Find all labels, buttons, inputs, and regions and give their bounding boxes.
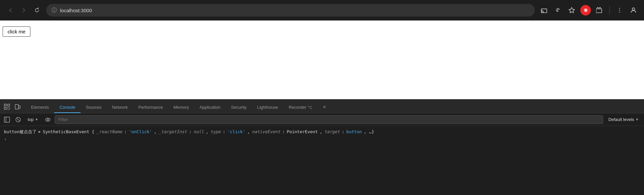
url-text: localhost:3000 — [60, 8, 92, 13]
toggle-device-toolbar-icon[interactable] — [13, 102, 22, 111]
bookmark-icon[interactable] — [566, 5, 577, 16]
console-val-type: 'click' — [227, 129, 245, 135]
click-me-button[interactable]: click me — [3, 26, 30, 37]
context-label: top — [28, 117, 34, 122]
log-levels-dropdown-icon: ▼ — [635, 118, 639, 121]
tab-network[interactable]: Network — [107, 102, 133, 113]
clear-console-button[interactable] — [14, 115, 22, 124]
console-key-nativeevent: nativeEvent — [252, 129, 280, 135]
svg-rect-10 — [8, 107, 10, 109]
log-levels-selector[interactable]: Default levels ▼ — [606, 116, 641, 123]
filter-input[interactable] — [55, 115, 603, 124]
console-val-target: button — [346, 129, 362, 135]
forward-button[interactable] — [18, 5, 29, 16]
svg-marker-2 — [569, 8, 575, 13]
tab-recorder[interactable]: Recorder ⌥ — [283, 102, 318, 113]
react-devtools-icon[interactable]: ⚛ — [580, 5, 591, 16]
context-selector[interactable]: top ▼ — [25, 116, 41, 123]
more-menu-icon[interactable] — [614, 5, 625, 16]
page-content: click me — [0, 20, 644, 99]
reload-button[interactable] — [32, 5, 42, 16]
tab-performance[interactable]: Performance — [133, 102, 168, 113]
toolbar-icons: G ⚛ — [539, 5, 639, 16]
tab-elements[interactable]: Elements — [26, 102, 54, 113]
console-val-targetinst: null — [193, 129, 204, 135]
extensions-icon[interactable] — [594, 5, 605, 16]
tab-lighthouse[interactable]: Lighthouse — [252, 102, 283, 113]
console-val-nativeevent: PointerEvent — [287, 129, 318, 135]
console-output: button被点击了 ▶ SyntheticBaseEvent { _react… — [0, 126, 644, 195]
svg-point-17 — [46, 118, 50, 121]
back-button[interactable] — [5, 5, 16, 16]
console-val-reactname: 'onClick' — [129, 129, 152, 135]
svg-rect-12 — [18, 106, 20, 108]
tab-sources[interactable]: Sources — [80, 102, 107, 113]
cast-icon[interactable] — [539, 5, 549, 16]
svg-point-6 — [632, 8, 634, 10]
devtools-tab-bar: Elements Console Sources Network Perform… — [0, 99, 644, 113]
tab-console[interactable]: Console — [54, 102, 80, 113]
console-key-targetinst: _targetInst — [159, 129, 187, 135]
devtools-left-icons — [3, 102, 22, 111]
address-bar[interactable]: ⓘ localhost:3000 — [46, 4, 535, 17]
toolbar-divider — [609, 6, 610, 14]
console-log-line: button被点击了 ▶ SyntheticBaseEvent { _react… — [4, 128, 640, 136]
svg-point-4 — [619, 10, 620, 11]
svg-rect-13 — [4, 117, 10, 122]
svg-point-5 — [619, 12, 620, 13]
console-log-text: button被点击了 — [4, 129, 37, 135]
console-key-target: target — [324, 129, 340, 135]
info-icon: ⓘ — [51, 7, 57, 14]
svg-rect-11 — [15, 104, 18, 109]
context-dropdown-icon: ▼ — [35, 118, 38, 121]
console-expand-arrow[interactable]: ▶ — [39, 129, 41, 135]
svg-rect-7 — [4, 104, 6, 106]
console-prompt-line: › — [4, 136, 640, 142]
translate-icon[interactable]: G — [553, 5, 563, 16]
tab-memory[interactable]: Memory — [168, 102, 194, 113]
svg-line-16 — [17, 118, 19, 121]
browser-chrome: ⓘ localhost:3000 G ⚛ — [0, 0, 644, 20]
inspect-element-icon[interactable] — [3, 102, 11, 111]
devtools-panel: Elements Console Sources Network Perform… — [0, 99, 644, 195]
svg-rect-9 — [4, 107, 6, 109]
eye-icon-button[interactable] — [44, 115, 52, 124]
svg-point-3 — [619, 8, 620, 9]
console-toolbar: top ▼ Default levels ▼ — [0, 113, 644, 126]
svg-rect-8 — [8, 104, 10, 106]
svg-point-18 — [47, 119, 48, 120]
console-prompt-symbol: › — [4, 136, 7, 142]
nav-buttons — [5, 5, 42, 16]
tab-application[interactable]: Application — [194, 102, 226, 113]
sidebar-toggle-button[interactable] — [3, 115, 11, 124]
profile-icon[interactable] — [628, 5, 639, 16]
console-key-type: type — [210, 129, 221, 135]
tab-security[interactable]: Security — [226, 102, 252, 113]
console-object-type: SyntheticBaseEvent { — [43, 129, 95, 135]
svg-text:G: G — [557, 10, 559, 12]
console-key-reactname: _reactName — [96, 129, 122, 135]
tab-more[interactable]: » — [318, 101, 331, 113]
